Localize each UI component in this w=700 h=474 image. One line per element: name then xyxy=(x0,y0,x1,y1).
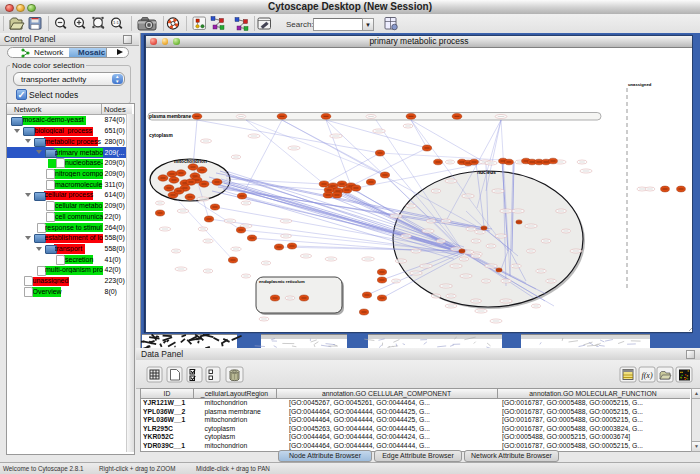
svg-text:unassigned: unassigned xyxy=(628,82,652,87)
svg-text:mitochondrion: mitochondrion xyxy=(174,159,207,164)
svg-text:endoplasmic reticulum: endoplasmic reticulum xyxy=(259,279,305,284)
svg-text:plasma membrane: plasma membrane xyxy=(149,114,191,119)
svg-text:cytoplasm: cytoplasm xyxy=(149,133,173,138)
svg-text:f(x): f(x) xyxy=(641,371,652,380)
svg-text:1:1: 1:1 xyxy=(113,20,119,25)
